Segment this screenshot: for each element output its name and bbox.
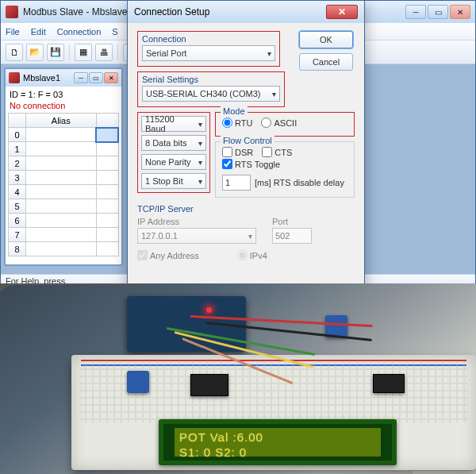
serial-port-combo[interactable]: USB-SERIAL CH340 (COM3) <box>142 86 280 102</box>
stopbit-combo[interactable]: 1 Stop Bit <box>141 173 206 189</box>
toolbar-separator <box>69 44 70 60</box>
ip-address-label: IP Address <box>137 217 256 226</box>
ok-button[interactable]: OK <box>299 31 353 48</box>
grid-cell[interactable] <box>96 242 118 256</box>
menu-s[interactable]: S <box>112 27 117 37</box>
grid-row-6[interactable]: 6 <box>9 214 26 228</box>
breadboard: POT Val :6.00 S1: 0 S2: 0 <box>71 355 476 470</box>
lcd-line2: S1: 0 S2: 0 <box>179 445 376 461</box>
flow-control-fieldset: Flow Control DSR CTS RTS Toggle 1 [ms] R… <box>215 141 355 198</box>
grid-cell[interactable] <box>26 199 97 214</box>
ic-chip <box>190 374 228 396</box>
dialog-titlebar[interactable]: Connection Setup ✕ <box>128 1 364 23</box>
hardware-photo: POT Val :6.00 S1: 0 S2: 0 <box>0 283 476 474</box>
grid-cell[interactable] <box>26 128 97 142</box>
grid-cell[interactable] <box>96 228 118 242</box>
grid-row-5[interactable]: 5 <box>9 199 26 214</box>
connection-group: Connection Serial Port <box>137 31 280 67</box>
grid-col-empty[interactable] <box>96 114 118 128</box>
child-minimize-button[interactable]: ─ <box>74 72 88 83</box>
register-grid[interactable]: Alias 0 1 2 3 4 5 6 7 8 <box>8 113 119 256</box>
grid-cell[interactable] <box>26 185 97 199</box>
rts-delay-label: [ms] RTS disable delay <box>255 178 344 187</box>
grid-cell[interactable] <box>26 142 97 156</box>
menu-edit[interactable]: Edit <box>31 27 46 37</box>
cancel-button[interactable]: Cancel <box>299 53 353 71</box>
grid-corner[interactable] <box>9 114 26 128</box>
id-status-line: ID = 1: F = 03 <box>8 89 119 100</box>
tool-print-icon[interactable]: 🖶 <box>95 44 113 61</box>
port-input: 502 <box>272 228 312 244</box>
grid-cell[interactable] <box>96 214 118 228</box>
mode-rtu-radio[interactable]: RTU <box>222 118 252 128</box>
tool-save-icon[interactable]: 💾 <box>47 44 64 61</box>
rts-delay-input[interactable]: 1 <box>222 175 251 191</box>
potentiometer <box>127 371 149 393</box>
lcd-display: POT Val :6.00 S1: 0 S2: 0 <box>159 419 397 465</box>
grid-cell[interactable] <box>96 199 118 214</box>
grid-cell[interactable] <box>96 171 118 185</box>
child-close-button[interactable]: ✕ <box>104 72 118 83</box>
tcp-ip-section: TCP/IP Server IP Address 127.0.0.1 Port … <box>137 204 355 260</box>
grid-cell[interactable] <box>26 214 97 228</box>
connection-status: No connection <box>8 100 119 111</box>
grid-row-2[interactable]: 2 <box>9 156 26 171</box>
child-titlebar[interactable]: Mbslave1 ─ ▭ ✕ <box>6 69 121 87</box>
menu-connection[interactable]: Connection <box>57 27 102 37</box>
grid-col-alias[interactable]: Alias <box>26 114 97 128</box>
connection-combo[interactable]: Serial Port <box>142 45 275 61</box>
connection-label: Connection <box>142 34 275 44</box>
cts-checkbox[interactable]: CTS <box>262 147 292 157</box>
grid-cell[interactable] <box>96 156 118 171</box>
any-address-checkbox: Any Address <box>137 250 199 260</box>
grid-row-8[interactable]: 8 <box>9 242 26 256</box>
grid-cell[interactable] <box>96 142 118 156</box>
port-label: Port <box>272 217 312 226</box>
grid-cell[interactable] <box>26 242 97 256</box>
child-body: ID = 1: F = 03 No connection Alias 0 1 2… <box>6 87 121 259</box>
databits-combo[interactable]: 8 Data bits <box>141 135 206 151</box>
tool-open-icon[interactable]: 📂 <box>26 44 44 61</box>
tool-new-icon[interactable]: 🗋 <box>6 44 23 61</box>
maximize-button[interactable]: ▭ <box>428 5 448 19</box>
grid-row-1[interactable]: 1 <box>9 142 26 156</box>
dialog-body: OK Cancel Connection Serial Port Serial … <box>128 23 364 268</box>
taskbar-corner <box>413 471 476 474</box>
child-maximize-button[interactable]: ▭ <box>89 72 103 83</box>
grid-row-7[interactable]: 7 <box>9 228 26 242</box>
serial-params-group: 115200 Baud 8 Data bits None Parity 1 St… <box>137 112 210 193</box>
mode-ascii-radio[interactable]: ASCII <box>261 118 297 128</box>
connection-setup-dialog: Connection Setup ✕ OK Cancel Connection … <box>127 0 365 288</box>
toolbar-separator <box>117 44 118 60</box>
grid-row-4[interactable]: 4 <box>9 185 26 199</box>
grid-cell-selected[interactable] <box>96 128 118 142</box>
grid-cell[interactable] <box>26 171 97 185</box>
dialog-close-button[interactable]: ✕ <box>326 5 358 19</box>
grid-cell[interactable] <box>26 228 97 242</box>
grid-row-0[interactable]: 0 <box>9 128 26 142</box>
rts-toggle-checkbox[interactable]: RTS Toggle <box>222 159 280 169</box>
grid-row-3[interactable]: 3 <box>9 171 26 185</box>
minimize-button[interactable]: ─ <box>405 5 426 19</box>
mode-legend: Mode <box>221 106 248 116</box>
lcd-screen: POT Val :6.00 S1: 0 S2: 0 <box>175 428 381 457</box>
mode-fieldset: Mode RTU ASCII <box>215 112 355 137</box>
flow-legend: Flow Control <box>221 136 274 145</box>
close-button[interactable]: ✕ <box>450 5 470 19</box>
usb-cable <box>0 283 143 347</box>
child-icon <box>9 72 20 83</box>
ipv4-radio: IPv4 <box>237 250 267 260</box>
tool-connect-icon[interactable]: ▦ <box>75 44 92 61</box>
app-icon <box>6 6 18 18</box>
grid-cell[interactable] <box>26 156 97 171</box>
parity-combo[interactable]: None Parity <box>141 154 206 170</box>
menu-file[interactable]: File <box>6 27 20 37</box>
baud-combo[interactable]: 115200 Baud <box>141 116 206 132</box>
grid-cell[interactable] <box>96 185 118 199</box>
serial-settings-group: Serial Settings USB-SERIAL CH340 (COM3) <box>137 71 285 107</box>
lcd-line1: POT Val :6.00 <box>179 430 376 445</box>
dsr-checkbox[interactable]: DSR <box>222 147 253 157</box>
serial-settings-label: Serial Settings <box>142 75 280 84</box>
child-title-text: Mbslave1 <box>23 73 60 83</box>
ic-chip <box>373 374 405 393</box>
